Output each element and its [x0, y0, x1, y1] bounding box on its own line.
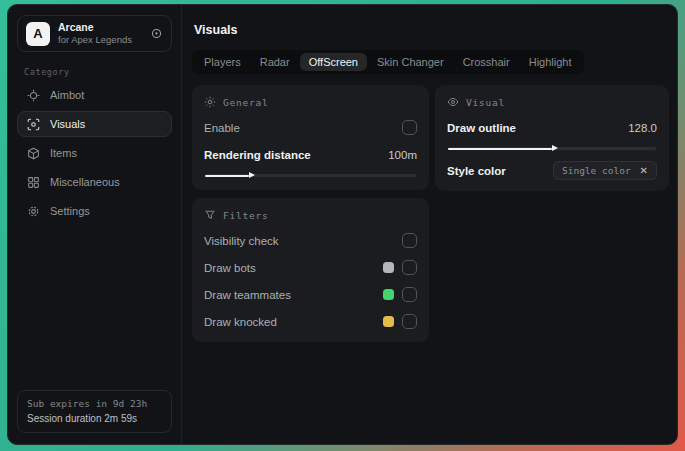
- sidebar-item-label: Settings: [50, 205, 90, 217]
- draw-bots-checkbox[interactable]: [402, 260, 417, 275]
- draw-outline-slider[interactable]: [448, 147, 656, 150]
- session-duration-text: Session duration 2m 59s: [27, 413, 162, 424]
- rendering-distance-value: 100m: [388, 149, 417, 161]
- style-color-label: Style color: [447, 165, 506, 177]
- crosshair-icon: [27, 89, 40, 102]
- style-color-chip-text: Single color: [562, 165, 631, 176]
- visual-panel-title: Visual: [466, 97, 505, 108]
- app-logo: A: [26, 22, 50, 46]
- tab-radar[interactable]: Radar: [251, 53, 299, 71]
- filters-panel-title: Filters: [223, 210, 269, 221]
- sidebar-item-label: Items: [50, 147, 77, 159]
- sidebar-item-miscellaneous[interactable]: Miscellaneous: [17, 169, 172, 195]
- draw-teammates-color-swatch[interactable]: [383, 289, 394, 300]
- close-icon[interactable]: ✕: [640, 166, 648, 176]
- style-color-chip[interactable]: Single color ✕: [553, 161, 657, 180]
- app-name: Arcane: [58, 21, 132, 34]
- subscription-status-card: Sub expires in 9d 23h Session duration 2…: [17, 390, 172, 433]
- visual-panel-header: Visual: [447, 96, 657, 108]
- page-title: Visuals: [194, 23, 669, 37]
- enable-row: Enable: [204, 117, 417, 138]
- visibility-check-row: Visibility check: [204, 230, 417, 251]
- sidebar-item-label: Miscellaneous: [50, 176, 120, 188]
- sidebar-item-label: Aimbot: [50, 89, 84, 101]
- app-window: A Arcane for Apex Legends Category Aimbo…: [7, 4, 678, 445]
- right-column: Visual Draw outline 128.0 Style color Si…: [435, 85, 669, 191]
- app-logo-card: A Arcane for Apex Legends: [17, 15, 172, 52]
- tab-crosshair[interactable]: Crosshair: [454, 53, 519, 71]
- visibility-check-label: Visibility check: [204, 235, 279, 247]
- draw-knocked-controls: [383, 314, 417, 329]
- funnel-icon: [204, 209, 216, 221]
- sun-icon: [204, 96, 216, 108]
- tab-highlight[interactable]: Highlight: [520, 53, 581, 71]
- eye-icon: [447, 96, 459, 108]
- left-column: General Enable Rendering distance 100m: [192, 85, 429, 342]
- sidebar-item-items[interactable]: Items: [17, 140, 172, 166]
- app-title-block: Arcane for Apex Legends: [58, 21, 132, 46]
- draw-bots-controls: [383, 260, 417, 275]
- draw-teammates-row: Draw teammates: [204, 284, 417, 305]
- draw-bots-label: Draw bots: [204, 262, 256, 274]
- draw-knocked-label: Draw knocked: [204, 316, 277, 328]
- enable-label: Enable: [204, 122, 240, 134]
- general-panel: General Enable Rendering distance 100m: [192, 85, 429, 190]
- draw-outline-slider-fill: [448, 148, 552, 150]
- app-subtitle: for Apex Legends: [58, 34, 132, 46]
- sub-expires-text: Sub expires in 9d 23h: [27, 398, 162, 409]
- filters-panel-header: Filters: [204, 209, 417, 221]
- layout-grid-icon: [27, 176, 40, 189]
- rendering-distance-label: Rendering distance: [204, 149, 311, 161]
- tab-bar: Players Radar OffScreen Skin Changer Cro…: [192, 50, 584, 74]
- sidebar-item-settings[interactable]: Settings: [17, 198, 172, 224]
- draw-knocked-row: Draw knocked: [204, 311, 417, 332]
- draw-teammates-checkbox[interactable]: [402, 287, 417, 302]
- gear-icon: [27, 205, 40, 218]
- rendering-distance-slider[interactable]: [205, 174, 416, 177]
- draw-teammates-controls: [383, 287, 417, 302]
- draw-outline-label: Draw outline: [447, 122, 516, 134]
- visibility-check-checkbox[interactable]: [402, 233, 417, 248]
- tab-players[interactable]: Players: [195, 53, 250, 71]
- general-panel-header: General: [204, 96, 417, 108]
- draw-outline-row: Draw outline 128.0: [447, 117, 657, 138]
- tab-skin-changer[interactable]: Skin Changer: [368, 53, 453, 71]
- style-color-row: Style color Single color ✕: [447, 160, 657, 181]
- rendering-distance-slider-fill: [205, 175, 249, 177]
- sidebar-item-label: Visuals: [50, 118, 85, 130]
- sidebar-item-visuals[interactable]: Visuals: [17, 111, 172, 137]
- target-icon[interactable]: [150, 27, 163, 40]
- general-panel-title: General: [223, 97, 269, 108]
- main-content: Visuals Players Radar OffScreen Skin Cha…: [182, 5, 678, 444]
- filters-panel: Filters Visibility check Draw bots: [192, 198, 429, 342]
- draw-bots-color-swatch[interactable]: [383, 262, 394, 273]
- sidebar-item-aimbot[interactable]: Aimbot: [17, 82, 172, 108]
- draw-knocked-color-swatch[interactable]: [383, 316, 394, 327]
- visual-panel: Visual Draw outline 128.0 Style color Si…: [435, 85, 669, 191]
- sidebar-spacer: [17, 227, 172, 390]
- category-label: Category: [24, 67, 172, 77]
- sidebar: A Arcane for Apex Legends Category Aimbo…: [8, 5, 182, 444]
- draw-outline-value: 128.0: [628, 122, 657, 134]
- draw-teammates-label: Draw teammates: [204, 289, 291, 301]
- package-icon: [27, 147, 40, 160]
- panel-area: General Enable Rendering distance 100m: [192, 85, 669, 342]
- enable-checkbox[interactable]: [402, 120, 417, 135]
- draw-knocked-checkbox[interactable]: [402, 314, 417, 329]
- scan-icon: [27, 118, 40, 131]
- tab-offscreen[interactable]: OffScreen: [300, 53, 367, 71]
- draw-bots-row: Draw bots: [204, 257, 417, 278]
- rendering-distance-row: Rendering distance 100m: [204, 144, 417, 165]
